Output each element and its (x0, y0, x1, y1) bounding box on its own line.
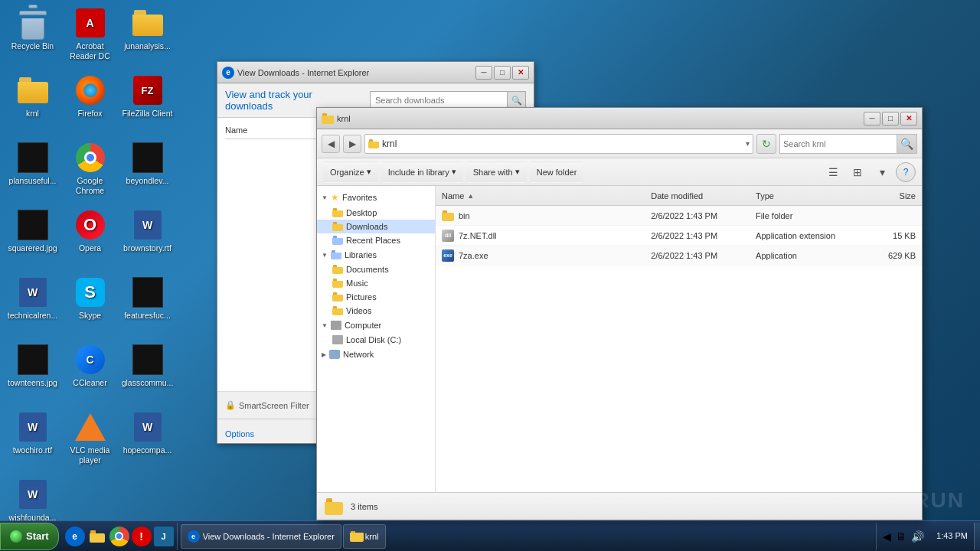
column-type-header[interactable]: Type (750, 191, 862, 201)
start-label: Start (26, 530, 49, 542)
computer-icon (331, 321, 341, 330)
search-button[interactable]: 🔍 (897, 135, 916, 153)
organize-button[interactable]: Organize ▾ (323, 161, 378, 183)
squarered-label: squarered.jpg (8, 243, 57, 253)
desktop-icon-acrobat[interactable]: A Acrobat Reader DC (61, 4, 119, 71)
explorer-content-pane: Name ▲ Date modified Type Size (436, 186, 922, 492)
file-row-7za-exe[interactable]: exe 7za.exe 2/6/2022 1:43 PM Application… (436, 246, 922, 266)
refresh-button[interactable]: ↻ (756, 134, 776, 154)
quicklaunch-chrome-icon[interactable] (109, 527, 129, 546)
network-section[interactable]: ▶ Network (317, 347, 435, 362)
taskbar-item-ie-downloads[interactable]: e View Downloads - Internet Explorer (181, 524, 341, 549)
desktop-icon-townteens[interactable]: townteens.jpg (4, 341, 61, 408)
help-button[interactable]: ? (896, 162, 916, 182)
file-row-bin[interactable]: bin 2/6/2022 1:43 PM File folder (436, 206, 922, 226)
computer-section[interactable]: ▼ Computer (317, 318, 435, 333)
libraries-section[interactable]: ▼ Libraries (317, 247, 435, 262)
forward-button[interactable]: ▶ (343, 135, 361, 153)
file-list-header: Name ▲ Date modified Type Size (436, 186, 922, 206)
ie-minimize-button[interactable]: ─ (475, 66, 492, 80)
desktop-icon-squarered[interactable]: squarered.jpg (4, 206, 61, 273)
include-library-button[interactable]: Include in library ▾ (381, 161, 463, 183)
desktop-icon-junanalysis[interactable]: junanalysis... (119, 4, 176, 71)
libraries-folder-icon (331, 250, 341, 259)
tray-expand-icon[interactable]: ◀ (883, 530, 891, 543)
explorer-close-button[interactable]: ✕ (900, 112, 917, 126)
taskbar: Start e ! J e View Downloads - Internet … (0, 520, 980, 551)
start-orb-icon (10, 530, 22, 543)
taskbar-clock[interactable]: 1:43 PM (930, 530, 974, 542)
quicklaunch-warning-icon[interactable]: ! (132, 527, 152, 546)
desktop-icon-opera[interactable]: O Opera (61, 206, 119, 273)
desktop-icon-beyondlev[interactable]: beyondlev... (119, 139, 176, 206)
desktop-icon-vlc[interactable]: VLC media player (61, 408, 119, 475)
search-input[interactable] (780, 139, 897, 148)
recent-places-label: Recent Places (346, 236, 400, 245)
favorites-section[interactable]: ▼ ★ Favorites (317, 189, 435, 206)
column-date-header[interactable]: Date modified (645, 191, 750, 201)
view-list-button[interactable]: ☰ (822, 161, 844, 183)
opera-label: Opera (79, 243, 101, 253)
column-size-header[interactable]: Size (862, 191, 922, 201)
back-button[interactable]: ◀ (322, 135, 340, 153)
desktop-icon-plansuseful[interactable]: plansuseful... (4, 139, 61, 206)
technicalren-label: technicalren... (8, 311, 57, 321)
ie-options-link[interactable]: Options (225, 429, 254, 439)
address-bar[interactable]: krnl ▾ (364, 134, 753, 154)
ie-close-button[interactable]: ✕ (512, 66, 529, 80)
nav-item-local-disk[interactable]: Local Disk (C:) (317, 333, 435, 347)
column-name-header[interactable]: Name ▲ (436, 191, 645, 201)
taskbar-folder-icon (350, 531, 362, 542)
view-details-button[interactable]: ▾ (871, 161, 893, 183)
organize-label: Organize (330, 168, 364, 177)
desktop-icon-recycle-bin[interactable]: Recycle Bin (4, 4, 61, 71)
skype-label: Skype (79, 311, 101, 321)
file-row-7znet-dll[interactable]: dll 7z.NET.dll 2/6/2022 1:43 PM Applicat… (436, 226, 922, 246)
tray-volume-icon[interactable]: 🔊 (911, 530, 924, 543)
desktop-icon-ccleaner[interactable]: C CCleaner (61, 341, 119, 408)
desktop-icon-featuresfuc[interactable]: featuresfuc... (119, 273, 176, 341)
tray-network-icon[interactable]: 🖥 (896, 530, 906, 543)
quicklaunch-folder-icon[interactable] (87, 527, 107, 546)
include-library-arrow-icon: ▾ (452, 167, 456, 177)
nav-item-downloads[interactable]: Downloads (317, 220, 435, 233)
desktop-icon-glasscommu[interactable]: glasscommu... (119, 341, 176, 408)
dll-type-cell: Application extension (750, 231, 862, 240)
desktop-icon-technicalren[interactable]: W technicalren... (4, 273, 61, 341)
nav-item-recent-places[interactable]: Recent Places (317, 233, 435, 247)
new-folder-button[interactable]: New folder (530, 161, 584, 183)
desktop-icon-twochiro[interactable]: W twochiro.rtf (4, 408, 61, 475)
desktop-icons-container: Recycle Bin A Acrobat Reader DC junanaly… (0, 0, 207, 536)
nav-item-desktop[interactable]: Desktop (317, 206, 435, 220)
hopecompa-label: hopecompa... (123, 445, 172, 455)
desktop-icon-hopecompa[interactable]: W hopecompa... (119, 408, 176, 475)
dll-file-icon: dll (442, 230, 454, 242)
name-col-label: Name (442, 191, 464, 201)
explorer-minimize-button[interactable]: ─ (864, 112, 880, 126)
exe-size-cell: 629 KB (862, 251, 922, 260)
view-icons-button[interactable]: ⊞ (847, 161, 868, 183)
quicklaunch-ie-icon[interactable]: e (65, 527, 85, 546)
desktop-icon-chrome[interactable]: Google Chrome (61, 139, 119, 206)
desktop-icon-firefox[interactable]: Firefox (61, 71, 119, 139)
nav-item-music[interactable]: Music (317, 276, 435, 290)
desktop-icon-skype[interactable]: S Skype (61, 273, 119, 341)
quicklaunch-j-icon[interactable]: J (154, 527, 174, 546)
ie-smartscreen-filter: 🔒 SmartScreen Filter (225, 400, 309, 410)
explorer-maximize-button[interactable]: □ (882, 112, 899, 126)
ie-maximize-button[interactable]: □ (494, 66, 511, 80)
start-button[interactable]: Start (0, 523, 59, 550)
address-dropdown-arrow[interactable]: ▾ (746, 139, 750, 148)
nav-item-pictures[interactable]: Pictures (317, 290, 435, 304)
taskbar-item-krnl[interactable]: krnl (343, 524, 386, 549)
nav-item-videos[interactable]: Videos (317, 304, 435, 318)
share-with-button[interactable]: Share with ▾ (466, 161, 527, 183)
downloads-folder-icon (332, 222, 343, 231)
show-desktop-button[interactable] (974, 523, 980, 550)
desktop-icon-filezilla[interactable]: FZ FileZilla Client (119, 71, 176, 139)
network-chevron-icon: ▶ (322, 351, 326, 358)
nav-item-documents[interactable]: Documents (317, 262, 435, 276)
desktop-icon-brownstory[interactable]: W brownstory.rtf (119, 206, 176, 273)
desktop-icon-krnl[interactable]: krnl (4, 71, 61, 139)
explorer-window-buttons: ─ □ ✕ (864, 112, 917, 126)
